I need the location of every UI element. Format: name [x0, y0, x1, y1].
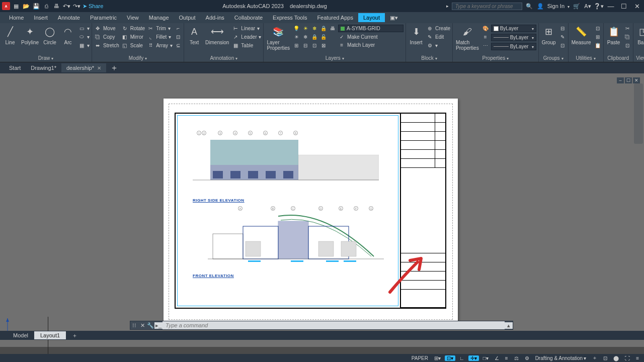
polar-toggle[interactable]: ✛▾: [468, 355, 479, 361]
ortho-toggle[interactable]: ∟: [457, 355, 466, 361]
linetype-dropdown[interactable]: ByLayer: [491, 43, 536, 50]
maximize-button[interactable]: ☐: [619, 3, 629, 10]
close-tab-icon[interactable]: ✕: [97, 65, 101, 71]
customize-status-icon[interactable]: ≡: [634, 355, 641, 361]
dimension-button[interactable]: ⟷Dimension: [204, 25, 230, 45]
save-icon[interactable]: 💾: [32, 2, 40, 10]
add-layout-button[interactable]: ＋: [66, 331, 84, 340]
lightbulb-icon[interactable]: 💡: [293, 25, 300, 32]
color-dropdown[interactable]: ByLayer: [491, 25, 536, 32]
insert-block-button[interactable]: ⬇Insert: [408, 25, 424, 45]
close-button[interactable]: ✕: [632, 3, 642, 10]
drawing-area[interactable]: – ☐ ✕ 1 2 3 4 5 6 7 8: [0, 73, 644, 347]
cmd-close-icon[interactable]: ✕: [138, 322, 146, 329]
grid-toggle[interactable]: ⊞▾: [432, 355, 443, 361]
model-tab[interactable]: Model: [7, 331, 34, 339]
isolate-icon[interactable]: ⊡: [601, 355, 609, 361]
base-view-button[interactable]: ◳Base: [635, 25, 644, 45]
autodesk-app-icon[interactable]: A▾: [584, 2, 592, 10]
layout1-tab[interactable]: Layout1: [34, 331, 66, 339]
inner-max-button[interactable]: ☐: [625, 77, 632, 83]
line-button[interactable]: ╱Line: [2, 25, 18, 45]
leader-button[interactable]: ↗Leader▾: [232, 33, 261, 40]
undo-icon[interactable]: ↶▾: [62, 2, 70, 10]
menu-insert[interactable]: Insert: [29, 13, 53, 22]
menu-annotate[interactable]: Annotate: [53, 13, 85, 22]
misc-draw-2[interactable]: ⬭▾: [78, 33, 90, 40]
create-block-button[interactable]: ⊕Create: [426, 25, 450, 32]
linear-button[interactable]: ⊢Linear▾: [232, 25, 261, 32]
lineweight-toggle[interactable]: ≡: [503, 355, 510, 361]
snap-toggle[interactable]: ⊡▾: [445, 355, 455, 361]
hardware-accel-icon[interactable]: ⬤: [611, 355, 621, 361]
menu-parametric[interactable]: Parametric: [85, 13, 122, 22]
command-input[interactable]: [163, 321, 505, 329]
add-tab-button[interactable]: ＋: [106, 63, 122, 73]
vpfreeze-icon[interactable]: ❄: [311, 25, 318, 32]
stretch-button[interactable]: ⬌Stretch: [94, 42, 119, 49]
cmd-handle-icon[interactable]: ⁝⁝: [130, 322, 138, 329]
text-button[interactable]: AText: [186, 25, 202, 45]
measure-button[interactable]: 📏Measure: [571, 25, 592, 45]
layer-dropdown[interactable]: A-SYMB-GRID: [338, 25, 404, 32]
menu-extra-icon[interactable]: ▣▾: [385, 13, 403, 23]
freeze-icon[interactable]: ☀: [302, 25, 309, 32]
saveas-icon[interactable]: ⎙: [42, 2, 50, 10]
scale-button[interactable]: ◱Scale: [121, 42, 145, 49]
menu-home[interactable]: Home: [4, 13, 29, 22]
space-indicator[interactable]: PAPER: [410, 355, 430, 361]
menu-layout[interactable]: Layout: [358, 13, 385, 22]
cmd-customize-icon[interactable]: 🔧: [146, 322, 154, 329]
make-current-button[interactable]: ✓Make Current: [338, 33, 404, 40]
open-icon[interactable]: 📂: [22, 2, 30, 10]
match-layer-button[interactable]: ≡Match Layer: [338, 41, 404, 48]
help-icon[interactable]: ❔▾: [595, 2, 603, 10]
lineweight-dropdown[interactable]: ByLayer: [491, 34, 536, 41]
clean-screen-icon[interactable]: ⛶: [623, 355, 632, 361]
plot-icon[interactable]: 🖶: [52, 2, 60, 10]
trim-button[interactable]: ✂Trim▾: [147, 25, 173, 32]
workspace-switcher[interactable]: Drafting & Annotation▾: [533, 355, 589, 361]
osnap-toggle[interactable]: □▾: [481, 355, 491, 361]
menu-manage[interactable]: Manage: [144, 13, 174, 22]
mirror-button[interactable]: ◧Mirror: [121, 33, 145, 40]
anno-scale-icon[interactable]: ⚖: [512, 355, 521, 361]
match-props-button[interactable]: 🖌Match Properties: [455, 25, 480, 51]
user-icon[interactable]: 👤: [536, 2, 544, 10]
menu-express[interactable]: Express Tools: [268, 13, 312, 22]
inner-close-button[interactable]: ✕: [633, 77, 640, 83]
menu-featured[interactable]: Featured Apps: [312, 13, 358, 22]
fillet-button[interactable]: ◟Fillet▾: [147, 33, 173, 40]
tab-drawing1[interactable]: Drawing1*: [26, 63, 61, 72]
anno-monitor-icon[interactable]: ＋: [590, 354, 599, 361]
menu-collaborate[interactable]: Collaborate: [229, 13, 268, 22]
array-button[interactable]: ⠿Array▾: [147, 42, 173, 49]
inner-min-button[interactable]: –: [617, 77, 624, 83]
redo-icon[interactable]: ↷▾: [72, 2, 80, 10]
edit-block-button[interactable]: ✎Edit: [426, 33, 450, 40]
menu-view[interactable]: View: [122, 13, 144, 22]
misc-draw-3[interactable]: ▦▾: [78, 42, 90, 49]
navigation-bar[interactable]: [634, 83, 643, 144]
new-icon[interactable]: ▦: [12, 2, 20, 10]
group-button[interactable]: ⊞Group: [541, 25, 557, 45]
minimize-button[interactable]: —: [606, 3, 616, 10]
layer-props-button[interactable]: 📚Layer Properties: [266, 25, 291, 51]
signin-chevron-icon[interactable]: [568, 3, 570, 9]
viewport[interactable]: 1 2 3 4 5 6 7 8: [177, 115, 398, 306]
tab-dealership[interactable]: dealership*✕: [61, 63, 106, 72]
plot-layer-icon[interactable]: 🖶: [329, 25, 336, 32]
arc-button[interactable]: ◠Arc: [60, 25, 76, 45]
menu-addins[interactable]: Add-ins: [201, 13, 229, 22]
rotate-button[interactable]: ↻Rotate: [121, 25, 145, 32]
move-button[interactable]: ✥Move: [94, 25, 119, 32]
copy-button[interactable]: ⿻Copy: [94, 33, 119, 40]
mod-extra-1[interactable]: ⌐: [175, 25, 182, 32]
polyline-button[interactable]: ✦Polyline: [20, 25, 40, 45]
otrack-toggle[interactable]: ∠: [493, 355, 501, 361]
scale-toggle[interactable]: ⚙: [523, 355, 531, 361]
mod-extra-2[interactable]: ⊡: [175, 33, 182, 40]
menu-output[interactable]: Output: [174, 13, 201, 22]
paste-button[interactable]: 📋Paste: [606, 25, 622, 45]
mod-extra-3[interactable]: ⊆: [175, 42, 182, 49]
